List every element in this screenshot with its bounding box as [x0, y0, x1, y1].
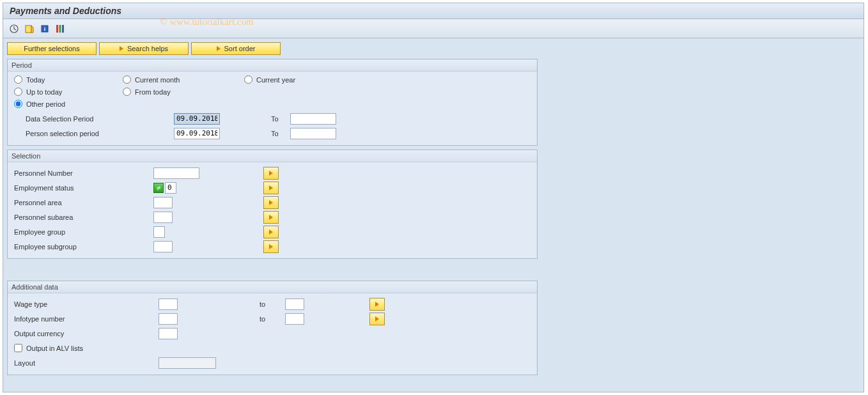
selection-group: Selection Personnel Number Employment st…	[7, 150, 538, 259]
arrow-right-icon	[375, 316, 379, 321]
personnel-area-label: Personnel area	[14, 199, 153, 206]
radio-current-year-label: Current year	[256, 76, 295, 84]
radio-current-year-input[interactable]	[244, 75, 252, 84]
arrow-right-icon	[269, 171, 273, 176]
wage-type-to-label: to	[260, 300, 285, 308]
person-selection-from-input[interactable]	[174, 128, 220, 139]
wage-type-multi-button[interactable]	[369, 298, 385, 311]
employment-status-multi-button[interactable]	[263, 182, 279, 194]
arrow-right-icon	[120, 45, 123, 52]
radio-up-to-today[interactable]: Up to today	[14, 88, 123, 96]
search-helps-button[interactable]: Search helps	[99, 42, 189, 55]
execute-icon[interactable]	[8, 23, 20, 35]
radio-other-period[interactable]: Other period	[14, 100, 123, 108]
employee-subgroup-label: Employee subgroup	[14, 243, 153, 251]
svg-rect-1	[26, 26, 31, 33]
get-variant-icon[interactable]	[24, 23, 35, 35]
further-selections-button[interactable]: Further selections	[7, 42, 97, 55]
arrow-right-icon	[269, 200, 273, 205]
output-currency-label: Output currency	[14, 330, 159, 337]
data-selection-period-label: Data Selection Period	[14, 115, 174, 123]
infotype-multi-button[interactable]	[369, 313, 385, 325]
sort-order-label: Sort order	[224, 45, 256, 52]
wage-type-label: Wage type	[14, 300, 159, 308]
arrow-right-icon	[269, 185, 273, 190]
employee-group-input[interactable]	[153, 226, 165, 238]
not-equal-icon[interactable]: ≠	[153, 183, 164, 193]
person-selection-to-input[interactable]	[290, 128, 336, 139]
data-selection-to-input[interactable]	[290, 113, 336, 125]
arrow-right-icon	[269, 229, 273, 235]
person-selection-to-label: To	[271, 130, 290, 137]
radio-current-month-input[interactable]	[123, 75, 131, 84]
personnel-subarea-input[interactable]	[153, 212, 173, 223]
selection-group-title: Selection	[8, 150, 537, 162]
radio-current-month[interactable]: Current month	[123, 75, 244, 84]
svg-rect-6	[62, 25, 64, 33]
output-alv-checkbox-input[interactable]	[14, 344, 22, 352]
wage-type-from-input[interactable]	[159, 298, 178, 310]
radio-today[interactable]: Today	[14, 75, 123, 84]
data-selection-to-label: To	[271, 115, 290, 123]
infotype-to-label: to	[260, 315, 285, 323]
personnel-area-input[interactable]	[153, 197, 173, 208]
output-currency-input[interactable]	[159, 328, 178, 339]
employee-subgroup-input[interactable]	[153, 241, 173, 252]
person-selection-period-label: Person selection period	[14, 130, 174, 137]
infotype-number-label: Infotype number	[14, 315, 159, 323]
arrow-right-icon	[217, 45, 221, 52]
additional-data-title: Additional data	[8, 281, 537, 293]
svg-rect-5	[59, 25, 61, 33]
search-helps-label: Search helps	[127, 45, 168, 52]
svg-rect-4	[56, 25, 58, 33]
infotype-to-input[interactable]	[285, 313, 304, 325]
additional-data-group: Additional data Wage type to Infotype nu…	[7, 281, 538, 375]
radio-up-to-today-input[interactable]	[14, 88, 22, 96]
selection-button-row: Further selections Search helps Sort ord…	[7, 42, 860, 55]
radio-today-input[interactable]	[14, 75, 22, 84]
personnel-number-input[interactable]	[153, 167, 199, 179]
layout-input[interactable]	[159, 357, 216, 369]
radio-from-today-input[interactable]	[123, 88, 131, 96]
radio-other-period-label: Other period	[26, 100, 65, 108]
arrow-right-icon	[269, 215, 273, 220]
radio-up-to-today-label: Up to today	[26, 88, 62, 96]
output-alv-checkbox[interactable]: Output in ALV lists	[14, 344, 83, 352]
toolbar: i	[3, 19, 864, 38]
org-structure-icon[interactable]	[54, 23, 66, 35]
period-group-title: Period	[8, 59, 537, 72]
sort-order-button[interactable]: Sort order	[191, 42, 281, 55]
employment-status-label: Employment status	[14, 184, 153, 192]
infotype-from-input[interactable]	[159, 313, 178, 325]
employee-group-multi-button[interactable]	[263, 226, 279, 238]
data-selection-from-input[interactable]	[174, 113, 220, 125]
personnel-area-multi-button[interactable]	[263, 196, 279, 209]
radio-other-period-input[interactable]	[14, 100, 22, 108]
employee-subgroup-multi-button[interactable]	[263, 240, 279, 253]
period-group: Period Today Current month Current year	[7, 59, 538, 146]
wage-type-to-input[interactable]	[285, 298, 304, 310]
radio-current-year[interactable]: Current year	[244, 75, 353, 84]
info-icon[interactable]: i	[39, 23, 50, 35]
arrow-right-icon	[269, 244, 273, 249]
radio-from-today-label: From today	[135, 88, 171, 96]
arrow-right-icon	[375, 302, 379, 307]
radio-today-label: Today	[26, 76, 45, 84]
personnel-number-label: Personnel Number	[14, 169, 153, 177]
radio-from-today[interactable]: From today	[123, 88, 244, 96]
radio-current-month-label: Current month	[135, 76, 180, 84]
employee-group-label: Employee group	[14, 228, 153, 236]
layout-label: Layout	[14, 359, 159, 367]
output-alv-label: Output in ALV lists	[26, 345, 83, 352]
personnel-subarea-label: Personnel subarea	[14, 213, 153, 221]
personnel-number-multi-button[interactable]	[263, 167, 279, 180]
personnel-subarea-multi-button[interactable]	[263, 211, 279, 224]
page-title: Payments and Deductions	[3, 3, 864, 19]
employment-status-input[interactable]	[165, 182, 176, 194]
